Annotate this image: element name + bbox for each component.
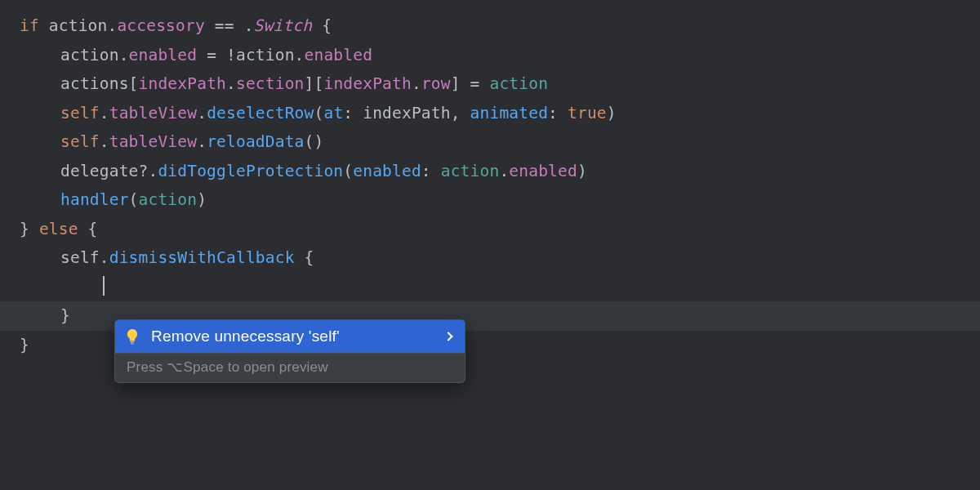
token: action bbox=[489, 74, 548, 93]
intention-hint-text: Press ⌥Space to open preview bbox=[127, 359, 328, 376]
token: . bbox=[100, 132, 109, 151]
svg-rect-1 bbox=[131, 343, 134, 344]
code-line[interactable]: self.dismissWithCallback { bbox=[20, 243, 980, 273]
code-line[interactable]: self.tableView.reloadData() bbox=[20, 127, 980, 157]
token: Switch bbox=[254, 16, 313, 35]
code-line[interactable]: if action.accessory == .Switch { bbox=[20, 11, 980, 41]
token: didToggleProtection bbox=[158, 162, 343, 180]
token: = ! bbox=[197, 46, 236, 65]
token: . bbox=[197, 104, 207, 122]
text-caret bbox=[103, 276, 105, 296]
token: action bbox=[441, 162, 500, 180]
token-keyword: else bbox=[39, 220, 78, 238]
token: ) bbox=[607, 104, 617, 122]
token: action bbox=[139, 190, 198, 209]
intention-action-label: Remove unnecessary 'self' bbox=[151, 327, 445, 347]
token: delegate bbox=[60, 162, 139, 180]
token: ( bbox=[343, 162, 353, 180]
token: } bbox=[20, 336, 29, 354]
intention-popup: Remove unnecessary 'self' Press ⌥Space t… bbox=[114, 319, 466, 383]
token-keyword: if bbox=[20, 16, 49, 35]
token: indexPath bbox=[139, 74, 226, 93]
token: self bbox=[60, 248, 100, 267]
token: . bbox=[226, 74, 236, 93]
token: action bbox=[236, 46, 295, 65]
code-line[interactable]: handler(action) bbox=[20, 185, 980, 215]
code-line[interactable] bbox=[20, 273, 980, 302]
token: ) bbox=[197, 190, 207, 209]
code-line[interactable]: actions[indexPath.section][indexPath.row… bbox=[20, 69, 980, 99]
token: deselectRow bbox=[207, 104, 314, 122]
token: : bbox=[343, 104, 363, 122]
token: at bbox=[323, 104, 343, 122]
token: self bbox=[60, 132, 100, 151]
code-line[interactable]: delegate?.didToggleProtection(enabled: a… bbox=[20, 157, 980, 186]
token: tableView bbox=[109, 132, 197, 151]
token: ] = bbox=[451, 74, 490, 93]
token: . bbox=[197, 132, 207, 151]
token: [ bbox=[129, 74, 139, 93]
token: action bbox=[60, 46, 119, 65]
token: . bbox=[119, 46, 129, 65]
token: enabled bbox=[305, 46, 373, 65]
token: ) bbox=[577, 162, 587, 180]
chevron-right-icon bbox=[443, 332, 452, 341]
token: , bbox=[451, 104, 470, 122]
code-line[interactable]: } else { bbox=[20, 215, 980, 244]
code-line[interactable]: action.enabled = !action.enabled bbox=[20, 41, 980, 70]
token: . bbox=[499, 162, 509, 180]
token: accessory bbox=[117, 16, 204, 35]
token: reloadData bbox=[207, 132, 304, 151]
token: row bbox=[421, 74, 451, 93]
token: true bbox=[568, 104, 607, 122]
intention-action[interactable]: Remove unnecessary 'self' bbox=[115, 320, 465, 353]
token: ?. bbox=[139, 162, 158, 180]
token: : bbox=[421, 162, 441, 180]
token: { bbox=[78, 220, 98, 238]
token: . bbox=[412, 74, 421, 93]
token: ( bbox=[129, 190, 139, 209]
token: self bbox=[60, 104, 100, 122]
token: () bbox=[305, 132, 324, 151]
token: { bbox=[295, 248, 314, 267]
token: : bbox=[548, 104, 568, 122]
token: ( bbox=[314, 104, 323, 122]
token: . bbox=[107, 16, 117, 35]
code-editor[interactable]: if action.accessory == .Switch { action.… bbox=[0, 0, 980, 490]
token: { bbox=[312, 16, 332, 35]
token: . bbox=[100, 248, 109, 267]
token: section bbox=[236, 74, 305, 93]
token: . bbox=[100, 104, 109, 122]
token: enabled bbox=[129, 46, 198, 65]
token: action bbox=[49, 16, 108, 35]
token: tableView bbox=[109, 104, 197, 122]
token: enabled bbox=[509, 162, 577, 180]
token: == . bbox=[205, 16, 254, 35]
token: handler bbox=[60, 190, 129, 209]
token: indexPath bbox=[323, 74, 411, 93]
token: animated bbox=[470, 104, 549, 122]
token: dismissWithCallback bbox=[109, 248, 295, 267]
token: } bbox=[20, 220, 39, 238]
token: } bbox=[60, 306, 70, 325]
token: ][ bbox=[305, 74, 324, 93]
token: indexPath bbox=[363, 104, 450, 122]
token: . bbox=[295, 46, 305, 65]
intention-hint: Press ⌥Space to open preview bbox=[115, 353, 465, 382]
code-line[interactable]: self.tableView.deselectRow(at: indexPath… bbox=[20, 99, 980, 128]
token: enabled bbox=[353, 162, 421, 180]
token: actions bbox=[60, 74, 129, 93]
lightbulb-icon bbox=[123, 327, 141, 345]
svg-rect-0 bbox=[130, 341, 134, 343]
